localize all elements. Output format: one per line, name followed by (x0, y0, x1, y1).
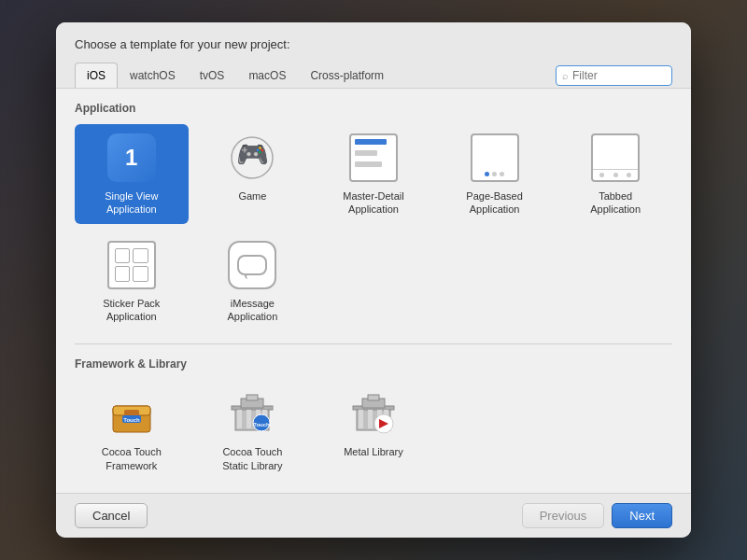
sticker-pack-icon (107, 241, 156, 289)
game-icon: 🎮 (228, 133, 276, 182)
footer-right: Previous Next (522, 503, 672, 528)
template-item-cocoa-static[interactable]: Touch Cocoa TouchStatic Library (196, 380, 310, 480)
dialog-header: Choose a template for your new project: … (56, 22, 691, 89)
cocoa-static-label: Cocoa TouchStatic Library (222, 445, 282, 472)
cocoa-static-icon-container: Touch (226, 387, 278, 440)
cocoa-static-icon: Touch (228, 389, 276, 438)
master-detail-label: Master-DetailApplication (343, 189, 403, 217)
page-dots (485, 172, 504, 176)
tab-watchos[interactable]: watchOS (118, 63, 188, 88)
sticker-pack-icon-container (106, 239, 158, 291)
tabs-row: iOS watchOS tvOS macOS Cross-platform ⌕ (75, 63, 672, 88)
template-item-metal[interactable]: Metal Library (317, 380, 430, 480)
single-view-icon (107, 133, 156, 182)
svg-text:Touch: Touch (123, 417, 140, 423)
tabbed-icon-container (589, 132, 641, 184)
template-chooser-dialog: Choose a template for your new project: … (56, 22, 691, 538)
master-detail-icon-container (347, 132, 400, 184)
page-dot-3 (500, 172, 504, 176)
application-items-grid: Single ViewApplication 🎮 Game (75, 124, 672, 330)
template-item-sticker-pack[interactable]: Sticker PackApplication (75, 231, 189, 331)
tab-dot-2 (613, 173, 618, 177)
sticker-cell-1 (115, 248, 131, 264)
svg-rect-21 (359, 410, 363, 428)
imessage-label: iMessageApplication (227, 297, 277, 324)
template-item-game[interactable]: 🎮 Game (196, 124, 310, 224)
svg-rect-12 (247, 410, 251, 428)
previous-button[interactable]: Previous (522, 503, 605, 528)
svg-text:🎮: 🎮 (236, 139, 269, 170)
sticker-pack-label: Sticker PackApplication (103, 297, 160, 324)
framework-section-label: Framework & Library (75, 357, 672, 371)
sticker-cell-2 (133, 248, 148, 264)
cancel-button[interactable]: Cancel (75, 503, 148, 528)
metal-label: Metal Library (344, 445, 403, 458)
filter-input[interactable] (572, 69, 666, 82)
game-label: Game (238, 189, 266, 203)
section-divider (75, 343, 672, 344)
tab-crossplatform[interactable]: Cross-platform (298, 63, 396, 88)
cocoa-framework-label: Cocoa TouchFramework (102, 445, 162, 472)
cocoa-framework-icon-container: Touch (106, 387, 158, 440)
sticker-cell-4 (133, 266, 148, 282)
page-dot-1 (485, 172, 489, 176)
page-based-icon-container (469, 132, 521, 184)
metal-icon (349, 389, 398, 438)
master-detail-icon (349, 133, 398, 182)
template-item-tabbed[interactable]: TabbedApplication (558, 124, 672, 224)
single-view-label: Single ViewApplication (105, 189, 158, 217)
cocoa-framework-icon: Touch (107, 389, 156, 438)
tabbed-icon (591, 133, 640, 182)
tab-dot-3 (627, 173, 631, 177)
next-button[interactable]: Next (612, 503, 672, 528)
template-item-imessage[interactable]: iMessageApplication (196, 231, 310, 331)
tab-ios[interactable]: iOS (75, 63, 118, 88)
tabbed-label: TabbedApplication (590, 189, 641, 217)
imessage-icon-container (226, 239, 278, 291)
game-icon-container: 🎮 (226, 132, 278, 184)
bubble-icon (237, 255, 267, 275)
svg-text:Touch: Touch (254, 422, 271, 427)
tabs-container: iOS watchOS tvOS macOS Cross-platform (75, 63, 396, 88)
sticker-cell-3 (115, 266, 131, 282)
tab-tvos[interactable]: tvOS (188, 63, 237, 88)
filter-box[interactable]: ⌕ (556, 65, 672, 86)
page-based-icon (471, 133, 519, 182)
svg-rect-20 (368, 395, 379, 400)
template-item-cocoa-framework[interactable]: Touch Cocoa TouchFramework (75, 380, 189, 480)
tab-bar (593, 169, 638, 180)
tab-macos[interactable]: macOS (236, 63, 298, 88)
dialog-body: Application Single ViewApplication 🎮 Gam… (56, 89, 691, 493)
page-dot-2 (492, 172, 497, 176)
svg-rect-10 (247, 395, 258, 400)
metal-icon-container (347, 387, 400, 440)
template-item-master-detail[interactable]: Master-DetailApplication (317, 124, 430, 224)
dialog-footer: Cancel Previous Next (56, 493, 691, 538)
template-item-page-based[interactable]: Page-BasedApplication (438, 124, 552, 224)
tab-dot-1 (599, 173, 604, 177)
application-section-label: Application (75, 102, 672, 115)
imessage-icon (228, 241, 276, 289)
dialog-title: Choose a template for your new project: (75, 37, 672, 51)
single-view-icon-container (106, 132, 158, 184)
svg-rect-22 (368, 410, 373, 428)
search-icon: ⌕ (562, 70, 569, 81)
framework-items-grid: Touch Cocoa TouchFramework (75, 380, 672, 480)
page-based-label: Page-BasedApplication (466, 189, 523, 217)
template-item-single-view[interactable]: Single ViewApplication (75, 124, 189, 224)
svg-rect-11 (237, 410, 242, 428)
